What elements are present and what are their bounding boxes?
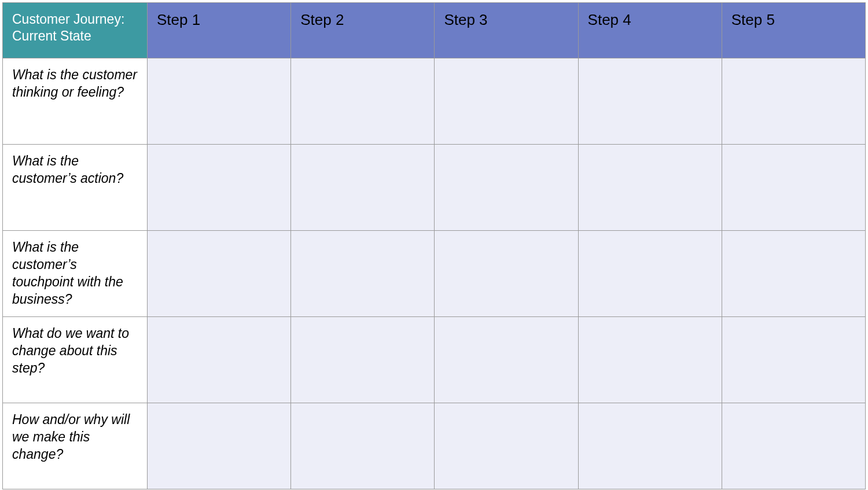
cell <box>722 231 865 317</box>
cell <box>578 231 722 317</box>
table-row: What is the customer’s action? <box>3 145 866 231</box>
column-header-step-5: Step 5 <box>722 3 865 58</box>
column-header-step-1: Step 1 <box>148 3 291 58</box>
cell <box>435 231 578 317</box>
cell <box>435 317 578 403</box>
table-row: What do we want to change about this ste… <box>3 317 866 403</box>
table-row: What is the customer’s touchpoint with t… <box>3 231 866 317</box>
cell <box>578 145 722 231</box>
header-row: Customer Journey: Current State Step 1 S… <box>3 3 866 58</box>
cell <box>148 58 291 145</box>
cell <box>291 317 435 403</box>
cell <box>722 145 865 231</box>
cell <box>291 145 435 231</box>
column-header-step-4: Step 4 <box>578 3 722 58</box>
cell <box>578 58 722 145</box>
cell <box>435 145 578 231</box>
cell <box>435 58 578 145</box>
cell <box>578 317 722 403</box>
row-label: What do we want to change about this ste… <box>3 317 148 403</box>
cell <box>148 403 291 489</box>
customer-journey-table: Customer Journey: Current State Step 1 S… <box>2 2 866 489</box>
cell <box>291 403 435 489</box>
cell <box>722 58 865 145</box>
row-label: How and/or why will we make this change? <box>3 403 148 489</box>
cell <box>148 317 291 403</box>
cell <box>148 145 291 231</box>
column-header-step-2: Step 2 <box>291 3 435 58</box>
cell <box>722 403 865 489</box>
cell <box>148 231 291 317</box>
table-row: How and/or why will we make this change? <box>3 403 866 489</box>
cell <box>291 231 435 317</box>
row-label: What is the customer’s action? <box>3 145 148 231</box>
row-label: What is the customer’s touchpoint with t… <box>3 231 148 317</box>
table-row: What is the customer thinking or feeling… <box>3 58 866 145</box>
cell <box>291 58 435 145</box>
row-label: What is the customer thinking or feeling… <box>3 58 148 145</box>
cell <box>722 317 865 403</box>
column-header-step-3: Step 3 <box>435 3 578 58</box>
cell <box>578 403 722 489</box>
corner-cell: Customer Journey: Current State <box>3 3 148 58</box>
cell <box>435 403 578 489</box>
